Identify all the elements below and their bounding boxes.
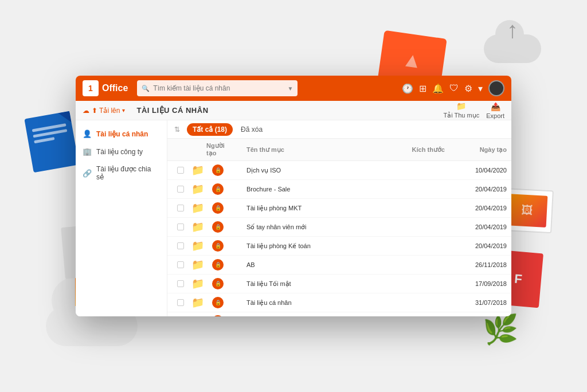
sub-header: ☁ ⬆ Tải lên ▾ TÀI LIỆU CÁ NHÂN 📁 Tải Thu… (76, 101, 511, 120)
app-title: Office (102, 83, 128, 93)
logo-icon: 1 (83, 80, 99, 96)
row-type-icon: 📁 (189, 296, 206, 309)
folder-icon: 📁 (191, 277, 204, 290)
row-checkbox[interactable] (172, 242, 189, 249)
download-folder-icon: 📁 (456, 101, 466, 111)
folder-icon: 📁 (191, 202, 204, 214)
export-button[interactable]: 📤 Export (486, 102, 504, 119)
tab-deleted[interactable]: Đã xóa (235, 123, 268, 136)
tab-all[interactable]: Tất cả (18) (187, 123, 233, 136)
row-file-name: Tài liệu phòng MKT (246, 205, 381, 212)
row-creator-avatar: 🔒 (206, 164, 229, 176)
row-checkbox[interactable] (172, 280, 189, 287)
sub-header-actions: 📁 Tải Thu mục 📤 Export (444, 101, 505, 119)
row-file-date: 31/07/2018 (449, 299, 507, 306)
user-avatar[interactable] (488, 80, 504, 96)
row-checkbox[interactable] (172, 167, 189, 174)
row-type-icon: 📁 (189, 164, 206, 177)
table-row[interactable]: 🖼 🔒 Screen-Shot-2019-07-04-at-24355-PM-1… (167, 312, 511, 316)
table-row[interactable]: 📁 🔒 Tài liệu cá nhân 31/07/2018 (167, 293, 511, 312)
row-creator-avatar: 🔒 (206, 259, 229, 271)
table-row[interactable]: 📁 🔒 Brochure - Sale 20/04/2019 (167, 180, 511, 199)
sidebar-item-company[interactable]: 🏢 Tài liệu công ty (76, 143, 167, 160)
row-creator-avatar: 🔒 (206, 315, 229, 316)
row-file-date: 10/04/2020 (449, 167, 507, 174)
header-creator-col: Người tạo (206, 142, 229, 157)
row-file-date: 20/04/2019 (449, 205, 507, 211)
row-file-name: Brochure - Sale (246, 186, 381, 193)
sidebar-item-personal[interactable]: 👤 Tài liệu cá nhân (76, 125, 167, 143)
header-size-col: Kích thước (381, 146, 449, 154)
avatar: 🔒 (212, 221, 224, 233)
table-row[interactable]: 📁 🔒 Tài liệu phòng Kế toán 20/04/2019 (167, 237, 511, 256)
row-file-name: Dịch vụ ISO (246, 167, 381, 174)
cloud-top-right-decoration (484, 34, 541, 63)
content-area: 👤 Tài liệu cá nhân 🏢 Tài liệu công ty 🔗 … (76, 120, 511, 316)
folder-icon: 📁 (191, 221, 204, 233)
avatar: 🔒 (212, 315, 224, 316)
search-input[interactable] (153, 84, 284, 92)
table-row[interactable]: 📁 🔒 Tài liệu phòng MKT 20/04/2019 (167, 199, 511, 218)
avatar: 🔒 (212, 297, 224, 308)
sort-icon[interactable]: ⇅ (174, 126, 180, 134)
app-header: 1 Office 🔍 ▼ 🕐 ⊞ 🔔 🛡 ⚙ ▾ (76, 76, 511, 101)
main-content: ⇅ Tất cả (18) Đã xóa Người tạo Tên thư m… (167, 120, 511, 316)
row-file-date: 20/04/2019 (449, 224, 507, 230)
row-creator-avatar: 🔒 (206, 183, 229, 195)
tabs-bar: ⇅ Tất cả (18) Đã xóa (167, 120, 511, 139)
avatar: 🔒 (212, 278, 224, 289)
avatar: 🔒 (212, 164, 224, 176)
app-window: 1 Office 🔍 ▼ 🕐 ⊞ 🔔 🛡 ⚙ ▾ ☁ ⬆ Tải lên ▾ T… (76, 76, 511, 316)
row-checkbox[interactable] (172, 261, 189, 268)
row-checkbox[interactable] (172, 186, 189, 193)
user-settings-icon[interactable]: ⚙ (464, 83, 472, 94)
row-creator-avatar: 🔒 (206, 278, 229, 289)
search-dropdown-icon[interactable]: ▼ (287, 85, 293, 92)
row-checkbox[interactable] (172, 224, 189, 230)
folder-icon: 📁 (191, 296, 204, 309)
avatar: 🔒 (212, 202, 224, 214)
table-header: Người tạo Tên thư mục Kích thước Ngày tạ… (167, 139, 511, 161)
shield-icon[interactable]: 🛡 (449, 83, 459, 93)
row-creator-avatar: 🔒 (206, 297, 229, 308)
table-row[interactable]: 📁 🔒 AB 26/11/2018 (167, 256, 511, 275)
header-date-col: Ngày tạo (449, 146, 507, 154)
row-file-name: Tài liệu cá nhân (246, 299, 381, 307)
mountain-icon: ▲ (400, 47, 424, 74)
file-table: Người tạo Tên thư mục Kích thước Ngày tạ… (167, 139, 511, 316)
folder-icon: 📁 (191, 258, 204, 271)
upload-button[interactable]: ☁ ⬆ Tải lên ▾ (83, 107, 125, 115)
bell-icon[interactable]: 🔔 (432, 83, 444, 94)
row-type-icon: 📁 (189, 202, 206, 214)
row-checkbox[interactable] (172, 299, 189, 306)
table-row[interactable]: 📁 🔒 Dịch vụ ISO 10/04/2020 (167, 161, 511, 180)
table-row[interactable]: 📁 🔒 Sổ tay nhân viên mới 20/04/2019 (167, 218, 511, 237)
logo-area: 1 Office (83, 80, 128, 96)
upload-arrow-top-right: ↑ (507, 17, 518, 43)
search-bar[interactable]: 🔍 ▼ (137, 80, 298, 96)
upload-chevron-icon: ▾ (122, 107, 125, 113)
row-file-date: 26/11/2018 (449, 261, 507, 268)
table-row[interactable]: 📁 🔒 Tài liệu Tối mật 17/09/2018 (167, 275, 511, 293)
row-type-icon: 📁 (189, 240, 206, 252)
row-creator-avatar: 🔒 (206, 221, 229, 233)
row-file-name: Tài liệu phòng Kế toán (246, 242, 381, 250)
blue-document-decoration (29, 115, 75, 169)
header-name-col: Tên thư mục (246, 146, 381, 154)
grid-icon[interactable]: ⊞ (419, 83, 426, 94)
download-folder-button[interactable]: 📁 Tải Thu mục (444, 101, 480, 119)
avatar: 🔒 (212, 259, 224, 271)
chevron-down-icon[interactable]: ▾ (478, 83, 483, 94)
clock-icon[interactable]: 🕐 (402, 83, 413, 94)
sidebar-item-shared[interactable]: 🔗 Tài liệu được chia sẻ (76, 160, 167, 186)
row-file-name: AB (246, 261, 381, 268)
sidebar: 👤 Tài liệu cá nhân 🏢 Tài liệu công ty 🔗 … (76, 120, 167, 316)
row-file-name: Sổ tay nhân viên mới (246, 224, 381, 231)
row-file-date: 20/04/2019 (449, 186, 507, 193)
row-creator-avatar: 🔒 (206, 240, 229, 252)
person-icon: 👤 (83, 130, 92, 138)
row-type-icon: 📁 (189, 221, 206, 233)
row-checkbox[interactable] (172, 205, 189, 211)
row-file-date: 17/09/2018 (449, 280, 507, 287)
row-file-date: 20/04/2019 (449, 242, 507, 249)
